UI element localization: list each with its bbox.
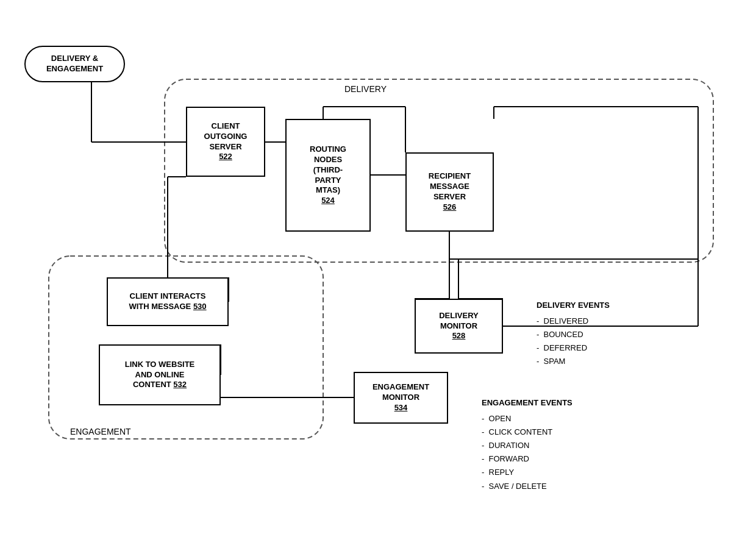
recipient-message-box: RECIPIENTMESSAGESERVER526 (405, 152, 494, 232)
client-outgoing-box: CLIENTOUTGOINGSERVER522 (186, 107, 265, 177)
delivery-label: DELIVERY (344, 84, 387, 94)
routing-nodes-box: ROUTINGNODES(THIRD-PARTYMTAS)524 (285, 119, 371, 232)
engagement-events-list: ENGAGEMENT EVENTS - OPEN - CLICK CONTENT… (482, 396, 572, 493)
engagement-monitor-box: ENGAGEMENTMONITOR534 (354, 372, 448, 424)
client-interacts-box: CLIENT INTERACTSWITH MESSAGE 530 (107, 277, 229, 326)
delivery-monitor-box: DELIVERYMONITOR528 (415, 299, 503, 354)
diagram-container: DELIVERY & ENGAGEMENT CLIENTOUTGOINGSERV… (0, 0, 756, 534)
engagement-label: ENGAGEMENT (70, 427, 131, 436)
link-website-box: LINK TO WEBSITEAND ONLINECONTENT 532 (99, 344, 221, 405)
delivery-events-list: DELIVERY EVENTS - DELIVERED - BOUNCED - … (537, 299, 610, 368)
delivery-engagement-box: DELIVERY & ENGAGEMENT (24, 46, 125, 82)
